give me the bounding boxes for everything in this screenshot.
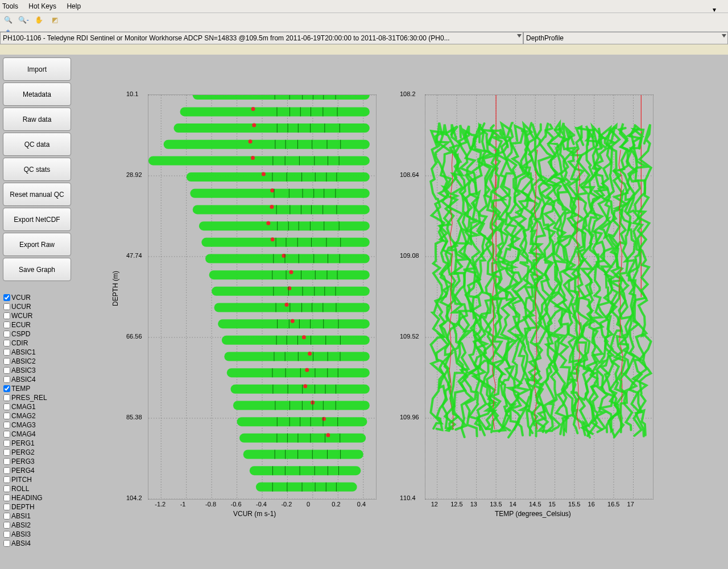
plot2-ytick: 110.4 [400,494,416,501]
var-absic3[interactable]: ABSIC3 [3,366,74,375]
var-roll-checkbox[interactable] [3,485,10,492]
plot1-xtick: 0.2 [332,501,340,508]
qc-stats-button[interactable]: QC stats [3,158,71,181]
plot1-xtick: -1 [180,501,186,508]
metadata-button[interactable]: Metadata [3,83,71,106]
var-absi4-checkbox[interactable] [3,540,10,547]
var-vcur-checkbox[interactable] [3,294,10,301]
var-absic1[interactable]: ABSIC1 [3,348,74,357]
menu-tools[interactable]: Tools [2,2,18,10]
var-ucur[interactable]: UCUR [3,302,74,311]
var-pitch[interactable]: PITCH [3,475,74,484]
var-cmag3-checkbox[interactable] [3,422,10,428]
var-perg1[interactable]: PERG1 [3,439,74,448]
var-depth[interactable]: DEPTH [3,502,74,512]
var-cmag1[interactable]: CMAG1 [3,402,74,411]
var-heading[interactable]: HEADING [3,493,74,502]
svg-point-120 [285,303,289,307]
svg-point-32 [252,123,256,127]
var-perg4-checkbox[interactable] [3,467,10,474]
var-absic1-checkbox[interactable] [3,349,10,356]
var-perg1-checkbox[interactable] [3,440,10,447]
var-wcur[interactable]: WCUR [3,311,74,320]
var-cmag2-checkbox[interactable] [3,413,10,419]
plot1-xtick: -0.4 [256,501,267,508]
window-menu-caret-icon[interactable]: ▾ [713,3,716,16]
svg-point-64 [270,188,274,192]
sidebar: ImportMetadataRaw dataQC dataQC statsRes… [0,55,74,569]
var-pres_rel-checkbox[interactable] [3,394,10,401]
var-wcur-checkbox[interactable] [3,312,10,319]
var-cmag4[interactable]: CMAG4 [3,430,74,439]
var-temp[interactable]: TEMP [3,384,74,393]
var-cdir-checkbox[interactable] [3,340,10,347]
menu-help[interactable]: Help [67,2,81,10]
var-perg3-checkbox[interactable] [3,458,10,465]
var-pres_rel[interactable]: PRES_REL [3,393,74,402]
svg-point-136 [302,335,306,339]
plot1-xtick: -0.2 [281,501,292,508]
var-perg2-checkbox[interactable] [3,449,10,456]
plot2-xtick: 15 [549,501,556,508]
var-ecur-checkbox[interactable] [3,321,10,328]
reset-manual-qc-button[interactable]: Reset manual QC [3,183,71,206]
var-absi1-checkbox[interactable] [3,513,10,519]
var-perg4[interactable]: PERG4 [3,466,74,475]
qc-data-button[interactable]: QC data [3,133,71,156]
var-absi2[interactable]: ABSI2 [3,521,74,530]
var-absic4-checkbox[interactable] [3,376,10,383]
var-absic3-checkbox[interactable] [3,367,10,374]
var-perg3[interactable]: PERG3 [3,457,74,466]
var-heading-checkbox[interactable] [3,494,10,501]
plot1-ylabel: DEPTH (m) [111,271,119,306]
pan-hand-icon[interactable]: ✋ [34,14,45,26]
export-raw-button[interactable]: Export Raw [3,233,71,256]
var-absi2-checkbox[interactable] [3,522,10,529]
svg-point-176 [322,417,326,421]
var-cspd[interactable]: CSPD [3,329,74,339]
var-cspd-checkbox[interactable] [3,331,10,337]
export-netcdf-button[interactable]: Export NetCDF [3,208,71,231]
var-ucur-checkbox[interactable] [3,303,10,310]
save-graph-button[interactable]: Save Graph [3,258,71,281]
plot2-xtick: 17 [627,501,634,508]
var-temp-checkbox[interactable] [3,385,10,392]
var-absi1[interactable]: ABSI1 [3,512,74,521]
var-absic2-checkbox[interactable] [3,358,10,365]
plot2-xlabel: TEMP (degrees_Celsius) [495,510,571,518]
svg-rect-175 [237,417,367,426]
var-absic2[interactable]: ABSIC2 [3,357,74,366]
menu-hotkeys[interactable]: Hot Keys [28,2,56,10]
temp-depth-plot[interactable] [425,94,653,500]
svg-rect-191 [243,450,363,459]
var-roll[interactable]: ROLL [3,484,74,493]
zoom-in-icon[interactable]: 🔍+ [2,14,14,26]
vcur-depth-plot[interactable] [148,94,377,500]
svg-point-40 [249,139,253,143]
var-absic4[interactable]: ABSIC4 [3,375,74,384]
plot1-xtick: -0.6 [231,501,242,508]
plot1-ytick: 104.2 [126,494,144,501]
zoom-out-icon[interactable]: 🔍- [18,14,29,26]
var-depth-checkbox[interactable] [3,504,10,510]
var-absi3-checkbox[interactable] [3,531,10,538]
var-absi4[interactable]: ABSI4 [3,539,74,548]
var-perg2[interactable]: PERG2 [3,448,74,457]
raw-data-button[interactable]: Raw data [3,108,71,131]
var-cdir[interactable]: CDIR [3,339,74,348]
import-button[interactable]: Import [3,57,71,81]
var-cmag3[interactable]: CMAG3 [3,420,74,430]
var-ecur[interactable]: ECUR [3,320,74,329]
var-vcur[interactable]: VCUR [3,293,74,302]
var-absi3[interactable]: ABSI3 [3,530,74,539]
svg-rect-15 [193,95,370,100]
svg-rect-183 [239,434,366,443]
view-select[interactable]: DepthProfile [523,32,728,44]
var-pitch-checkbox[interactable] [3,476,10,483]
data-cursor-icon[interactable]: ◩ [49,14,60,26]
var-cmag2[interactable]: CMAG2 [3,411,74,420]
plot1-ytick: 47.74 [126,252,144,259]
dataset-select[interactable]: PH100-1106 - Teledyne RDI Sentinel or Mo… [0,32,523,44]
var-cmag1-checkbox[interactable] [3,403,10,410]
var-cmag4-checkbox[interactable] [3,431,10,438]
